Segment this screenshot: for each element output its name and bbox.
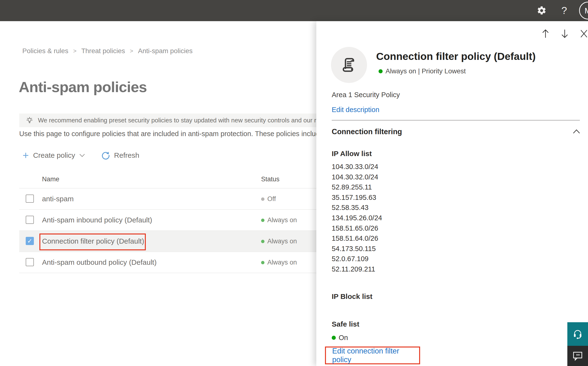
policy-status: Always on: [261, 259, 297, 266]
policies-table: anti-spam Off Anti-spam inbound policy (…: [19, 188, 316, 273]
arrow-up-icon[interactable]: [541, 29, 550, 38]
ip-entry: 104.30.32.0/24: [332, 172, 382, 182]
page-description: Use this page to configure policies that…: [19, 130, 316, 138]
help-button[interactable]: ?: [557, 0, 572, 21]
status-dot: [261, 261, 265, 264]
feedback-widget-button[interactable]: [567, 346, 588, 366]
page-title: Anti-spam policies: [19, 78, 147, 95]
breadcrumb-anti-spam-policies[interactable]: Anti-spam policies: [138, 47, 193, 55]
policy-name[interactable]: anti-spam: [42, 195, 74, 203]
ip-entry: 54.173.50.115: [332, 244, 382, 254]
ip-allow-list: 104.30.33.0/24 104.30.32.0/24 52.89.255.…: [332, 162, 382, 274]
close-icon[interactable]: [580, 29, 588, 38]
table-row[interactable]: Anti-spam outbound policy (Default) Alwa…: [19, 252, 316, 273]
row-checkbox[interactable]: [26, 216, 34, 224]
policy-status: Off: [261, 195, 276, 203]
row-checkbox[interactable]: [26, 195, 34, 203]
breadcrumb-separator: >: [72, 48, 78, 54]
panel-status-line: Always on | Priority Lowest: [379, 67, 466, 75]
help-icon: ?: [561, 5, 567, 16]
settings-button[interactable]: [534, 0, 550, 21]
toolbar: + Create policy Refresh: [22, 150, 139, 161]
column-header-name[interactable]: Name: [42, 175, 59, 183]
panel-title: Connection filter policy (Default): [376, 51, 536, 62]
column-header-status[interactable]: Status: [261, 175, 279, 183]
breadcrumb-separator: >: [129, 48, 135, 54]
headset-icon: [572, 328, 583, 340]
policy-name[interactable]: Anti-spam inbound policy (Default): [42, 216, 152, 224]
ip-allow-list-title: IP Allow list: [332, 150, 372, 158]
policy-status: Always on: [261, 216, 297, 224]
breadcrumb: Policies & rules > Threat policies > Ant…: [22, 47, 193, 55]
edit-highlight-box: Edit connection filter policy: [325, 347, 420, 364]
status-dot: [261, 240, 265, 243]
safe-list-title: Safe list: [332, 320, 359, 328]
breadcrumb-policies-rules[interactable]: Policies & rules: [22, 47, 68, 55]
policy-details-panel: Connection filter policy (Default) Alway…: [316, 21, 588, 366]
avatar-initial: M: [585, 6, 588, 15]
panel-nav: [316, 29, 588, 38]
ip-entry: 158.51.65.0/26: [332, 223, 382, 234]
edit-description-link[interactable]: Edit description: [332, 106, 379, 114]
top-bar: ? M: [0, 0, 588, 21]
refresh-button[interactable]: Refresh: [101, 151, 139, 160]
gear-icon: [537, 6, 547, 16]
status-dot: [332, 336, 336, 340]
policy-status: Always on: [261, 238, 297, 245]
ip-entry: 35.157.195.63: [332, 192, 382, 203]
refresh-icon: [101, 151, 110, 160]
breadcrumb-threat-policies[interactable]: Threat policies: [81, 47, 125, 55]
ip-entry: 134.195.26.0/24: [332, 213, 382, 223]
anti-spam-policies-page: ? M Policies & rules > Threat policies >…: [0, 0, 588, 366]
arrow-down-icon[interactable]: [561, 29, 569, 38]
ip-block-list-title: IP Block list: [332, 292, 373, 301]
policy-name[interactable]: Anti-spam outbound policy (Default): [42, 258, 157, 267]
support-widget-button[interactable]: [567, 322, 588, 346]
divider: [332, 120, 580, 121]
row-checkbox-checked[interactable]: [26, 237, 34, 245]
edit-connection-filter-policy-link[interactable]: Edit connection filter policy: [332, 347, 419, 364]
policy-description: Area 1 Security Policy: [332, 91, 400, 99]
policy-icon-circle: [331, 47, 367, 83]
ip-entry: 52.11.209.211: [332, 264, 382, 274]
ip-entry: 52.0.67.109: [332, 254, 382, 264]
table-row[interactable]: Anti-spam inbound policy (Default) Alway…: [19, 209, 316, 230]
row-checkbox[interactable]: [26, 258, 34, 266]
feedback-icon: [572, 351, 583, 361]
section-connection-filtering: Connection filtering: [332, 128, 402, 136]
ip-entry: 104.30.33.0/24: [332, 162, 382, 172]
status-dot: [261, 219, 265, 222]
table-row-selected[interactable]: Connection filter policy (Default) Alway…: [19, 230, 316, 252]
scroll-icon: [340, 55, 358, 74]
banner-text: We recommend enabling preset security po…: [38, 117, 316, 124]
ip-entry: 52.58.35.43: [332, 202, 382, 213]
table-header: Name Status: [19, 174, 316, 188]
status-dot: [261, 198, 265, 201]
status-dot: [379, 69, 383, 73]
ip-entry: 158.51.64.0/26: [332, 233, 382, 244]
safe-list-status: On: [332, 334, 348, 342]
create-policy-button[interactable]: + Create policy: [22, 151, 85, 160]
lightbulb-icon: [25, 116, 34, 125]
plus-icon: +: [22, 151, 29, 160]
chevron-up-icon[interactable]: [572, 129, 581, 134]
recommendation-banner: We recommend enabling preset security po…: [19, 114, 316, 127]
table-row[interactable]: anti-spam Off: [19, 188, 316, 209]
account-avatar[interactable]: M: [579, 2, 588, 19]
ip-entry: 52.89.255.11: [332, 182, 382, 192]
policy-name[interactable]: Connection filter policy (Default): [42, 237, 144, 245]
chevron-down-icon: [79, 153, 85, 158]
